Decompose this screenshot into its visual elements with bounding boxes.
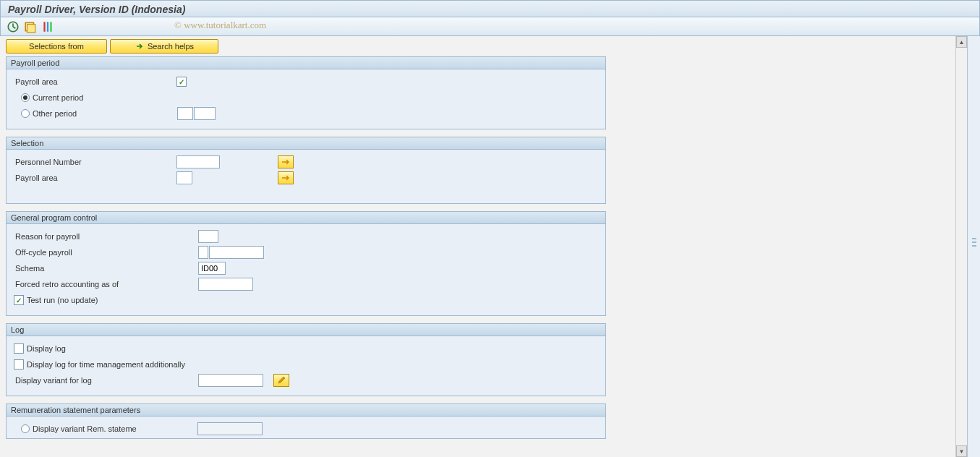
group-general-control: General program control Reason for payro…: [6, 211, 606, 316]
window-title-bar: Payroll Driver, Version ID (Indonesia): [0, 0, 980, 17]
input-offcycle-2[interactable]: [209, 246, 264, 259]
svg-line-2: [13, 27, 15, 28]
label-display-log: Display log: [27, 344, 66, 353]
tool-icon[interactable]: [41, 20, 54, 33]
search-helps-button[interactable]: Search helps: [110, 39, 218, 54]
splitter-grip-icon[interactable]: [972, 236, 976, 257]
svg-rect-4: [27, 24, 35, 32]
input-reason-payroll[interactable]: [198, 230, 218, 243]
label-reason-payroll: Reason for payroll: [14, 232, 198, 241]
input-other-period-2[interactable]: [194, 107, 216, 120]
execute-icon[interactable]: [7, 20, 20, 33]
label-personnel-number: Personnel Number: [14, 158, 176, 166]
get-variant-icon[interactable]: [24, 20, 37, 33]
checkbox-display-log[interactable]: [14, 343, 24, 354]
label-display-variant-rem: Display variant Rem. stateme: [33, 424, 197, 433]
label-payroll-area: Payroll area: [14, 77, 176, 86]
splitter-strip[interactable]: [967, 36, 980, 457]
group-payroll-period: Payroll period Payroll area Current peri…: [6, 56, 606, 129]
content-wrap: Selections from Search helps Payroll per…: [0, 36, 980, 457]
svg-rect-6: [47, 22, 48, 32]
group-selection: Selection Personnel Number Payroll area: [6, 137, 606, 204]
checkbox-test-run[interactable]: [14, 295, 24, 305]
main-area: Selections from Search helps Payroll per…: [0, 36, 955, 457]
input-schema[interactable]: [198, 262, 226, 275]
outer-vertical-scrollbar[interactable]: ▲ ▼: [955, 36, 967, 457]
input-display-variant-log[interactable]: [198, 374, 263, 387]
label-offcycle-payroll: Off-cycle payroll: [14, 248, 198, 257]
label-forced-retro: Forced retro accounting as of: [14, 280, 198, 289]
radio-display-variant-rem[interactable]: [21, 424, 30, 433]
label-schema: Schema: [14, 264, 198, 273]
group-header-selection: Selection: [7, 137, 605, 150]
label-payroll-area-sel: Payroll area: [14, 174, 176, 182]
svg-rect-7: [50, 22, 51, 32]
watermark: © www.tutorialkart.com: [174, 20, 266, 31]
label-display-variant-log: Display variant for log: [14, 376, 198, 385]
input-display-variant-rem: [197, 422, 263, 435]
radio-current-period[interactable]: [21, 93, 30, 102]
input-personnel-number[interactable]: [176, 155, 220, 168]
checkbox-payroll-area[interactable]: [176, 77, 187, 87]
window-title: Payroll Driver, Version ID (Indonesia): [8, 4, 185, 15]
label-current-period: Current period: [33, 93, 83, 102]
label-display-log-time: Display log for time management addition…: [27, 360, 185, 369]
group-header-payroll-period: Payroll period: [7, 57, 605, 69]
scroll-track[interactable]: [956, 48, 967, 445]
group-header-remuneration: Remuneration statement parameters: [7, 404, 605, 417]
search-helps-label: Search helps: [148, 42, 194, 51]
edit-variant-button[interactable]: [273, 374, 289, 387]
multi-select-personnel-number[interactable]: [278, 155, 294, 168]
svg-rect-5: [43, 22, 45, 32]
group-remuneration: Remuneration statement parameters Displa…: [6, 403, 606, 439]
input-forced-retro[interactable]: [198, 278, 253, 291]
selections-from-label: Selections from: [29, 42, 84, 51]
multi-select-payroll-area[interactable]: [278, 171, 294, 184]
group-header-general: General program control: [7, 212, 605, 224]
scroll-down-icon[interactable]: ▼: [956, 445, 967, 457]
checkbox-display-log-time[interactable]: [14, 359, 24, 370]
input-other-period-1[interactable]: [177, 107, 193, 120]
label-test-run: Test run (no update): [27, 296, 98, 304]
top-button-row: Selections from Search helps: [6, 39, 950, 54]
group-header-log: Log: [7, 324, 605, 336]
input-payroll-area-sel[interactable]: [176, 171, 192, 184]
label-other-period: Other period: [33, 109, 177, 118]
arrow-right-icon: [135, 41, 145, 51]
app-toolbar: © www.tutorialkart.com: [0, 17, 980, 36]
radio-other-period[interactable]: [21, 109, 30, 118]
group-log: Log Display log Display log for time man…: [6, 323, 606, 396]
selections-from-button[interactable]: Selections from: [6, 39, 107, 54]
input-offcycle-1[interactable]: [198, 246, 208, 259]
scroll-up-icon[interactable]: ▲: [956, 36, 967, 48]
